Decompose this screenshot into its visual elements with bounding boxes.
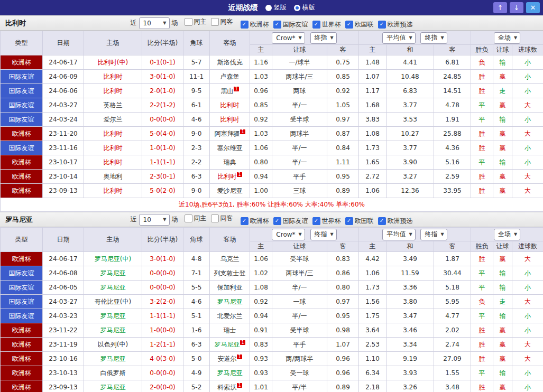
result-cell: 小	[512, 281, 543, 295]
team-cell: 奥地利	[84, 170, 142, 184]
filter-checkbox[interactable]: ✓欧洲预选	[378, 20, 413, 29]
filter-checkbox[interactable]: 同客	[211, 214, 233, 223]
chevron-down-icon: ▼	[409, 232, 412, 237]
odds-cell: 0.96	[250, 84, 272, 98]
league-cell: 欧洲杯	[1, 55, 43, 70]
result-cell: 胜	[471, 70, 493, 84]
odds-cell: 4.36	[434, 141, 471, 155]
odds-cell: 6.81	[434, 55, 471, 70]
team-cell: 罗马尼亚(中)	[84, 252, 142, 266]
date-cell: 24-06-05	[43, 281, 84, 295]
odds-cell: 3.77	[386, 141, 434, 155]
score-cell: 0-0(0-0)	[142, 281, 183, 295]
result-cell: 赢	[493, 252, 512, 266]
league-cell: 国际友谊	[1, 295, 43, 309]
match-count-dropdown[interactable]: 10 ▼	[139, 214, 170, 226]
final-odds-dropdown[interactable]: 终指 ▼	[310, 229, 337, 240]
checkbox-unchecked-icon	[211, 18, 219, 26]
team-name: 瑞典	[224, 158, 236, 166]
odds-cell: 0.97	[327, 295, 359, 309]
result-cell: 输	[493, 309, 512, 323]
odds-cell: 0.97	[327, 113, 359, 127]
team-cell: 阿塞拜疆1	[210, 127, 250, 141]
result-cell: 输	[493, 366, 512, 380]
bookmaker-dropdown[interactable]: Crow* ▼	[272, 229, 305, 240]
final-odds-dropdown[interactable]: 终指 ▼	[310, 32, 337, 44]
checkbox-checked-icon: ✓	[273, 217, 281, 225]
odds-cell: 0.85	[250, 98, 272, 113]
team-name: 塞尔维亚	[217, 144, 243, 152]
odds-cell: 2.02	[434, 323, 471, 338]
filter-checkbox[interactable]: 同主	[185, 17, 207, 26]
league-cell: 欧洲杯	[1, 380, 43, 392]
odds-cell: 1.11	[327, 155, 359, 170]
odds-cell: 1.08	[359, 127, 386, 141]
close-icon[interactable]: ✕	[526, 2, 540, 13]
chevron-down-icon: ▼	[299, 232, 302, 237]
match-row: 国际友谊24-06-05罗马尼亚0-0(0-0)5-5保加利亚1.08半/一0.…	[1, 281, 543, 295]
team-cell: 列支敦士登	[210, 266, 250, 281]
checkbox-checked-icon: ✓	[345, 217, 353, 225]
filter-checkbox[interactable]: ✓欧洲杯	[241, 20, 269, 29]
average-dropdown[interactable]: 平均值 ▼	[382, 32, 415, 44]
match-row: 欧洲杯23-11-19以色列(中)1-2(1-1)6-3罗马尼亚10.83平手1…	[1, 338, 543, 352]
league-cell: 国际友谊	[1, 113, 43, 127]
filter-checkbox[interactable]: ✓欧洲预选	[378, 217, 413, 226]
odds-cell: 1.07	[327, 338, 359, 352]
layout-radio-horizontal[interactable]: 横版	[294, 3, 315, 12]
result-cell: 走	[493, 84, 512, 98]
odds-cell: 3.27	[386, 170, 434, 184]
filter-checkbox[interactable]: ✓欧国联	[345, 20, 374, 29]
odds-cell: 1.07	[359, 70, 386, 84]
odds-cell: 1.87	[434, 252, 471, 266]
odds-cell: 0.95	[327, 170, 359, 184]
filter-checkbox[interactable]: 同主	[185, 214, 207, 223]
average-dropdown[interactable]: 平均值 ▼	[382, 229, 415, 240]
checkbox-checked-icon: ✓	[241, 21, 249, 29]
result-cell: 赢	[493, 170, 512, 184]
team-cell: 罗马尼亚	[84, 281, 142, 295]
results-table-header: 类型 日期 主场 比分(半场) 角球 客场 Crow* ▼ 终指 ▼	[1, 31, 543, 55]
date-cell: 23-09-13	[43, 184, 84, 198]
section-header: 比利时 近 10 ▼ 场 同主同客✓欧洲杯✓国际友谊✓世界杯✓欧国联✓欧洲预选	[0, 15, 543, 31]
filter-checkbox-group: 同主同客✓欧洲杯✓国际友谊✓世界杯✓欧国联✓欧洲预选	[180, 17, 413, 29]
final-odds-dropdown[interactable]: 终指 ▼	[420, 229, 447, 240]
team-cell: 爱沙尼亚	[210, 184, 250, 198]
filter-checkbox[interactable]: 同客	[211, 17, 233, 26]
col-europe-draw: 和	[386, 241, 434, 252]
scroll-down-button[interactable]: ↓	[510, 2, 523, 13]
filter-checkbox[interactable]: ✓欧洲杯	[241, 217, 269, 226]
col-date: 日期	[43, 228, 84, 252]
col-handicap-home: 主	[250, 45, 272, 55]
fulltime-dropdown[interactable]: 全场 ▼	[494, 229, 520, 240]
filter-checkbox[interactable]: ✓国际友谊	[273, 217, 308, 226]
odds-cell: 1.73	[359, 281, 386, 295]
final-odds-dropdown[interactable]: 终指 ▼	[420, 32, 447, 44]
corner-cell: 7-1	[183, 266, 210, 281]
match-row: 国际友谊24-03-23罗马尼亚1-1(1-1)5-1北爱尔兰0.94半/一0.…	[1, 309, 543, 323]
fulltime-dropdown[interactable]: 全场 ▼	[494, 32, 520, 44]
col-home: 主场	[84, 228, 142, 252]
team-name: 罗马尼亚	[100, 284, 126, 291]
col-type: 类型	[1, 228, 43, 252]
odds-cell: 0.86	[327, 266, 359, 281]
scroll-up-button[interactable]: ↑	[493, 2, 507, 13]
match-count-dropdown[interactable]: 10 ▼	[139, 17, 170, 29]
filter-checkbox[interactable]: ✓欧国联	[345, 217, 374, 226]
filter-checkbox[interactable]: ✓世界杯	[312, 20, 341, 29]
checkbox-unchecked-icon	[185, 214, 192, 222]
filter-bar: 近 10 ▼ 场 同主同客✓欧洲杯✓国际友谊✓世界杯✓欧国联✓欧洲预选	[130, 214, 414, 226]
layout-radio-vertical[interactable]: 竖版	[265, 3, 287, 12]
filter-checkbox[interactable]: ✓世界杯	[312, 217, 341, 226]
odds-cell: 平手	[272, 338, 327, 352]
corner-cell: 6-1	[183, 98, 210, 113]
near-label: 近	[131, 215, 137, 224]
result-cell: 大	[512, 252, 543, 266]
team-cell: 科索沃1	[210, 380, 250, 392]
col-handicap: 让球	[272, 45, 327, 55]
league-cell: 欧洲杯	[1, 252, 43, 266]
bookmaker-dropdown[interactable]: Crow* ▼	[272, 32, 305, 44]
filter-checkbox[interactable]: ✓国际友谊	[273, 20, 308, 29]
col-europe-home: 主	[359, 241, 386, 252]
score-cell: 2-0(0-0)	[142, 380, 183, 392]
